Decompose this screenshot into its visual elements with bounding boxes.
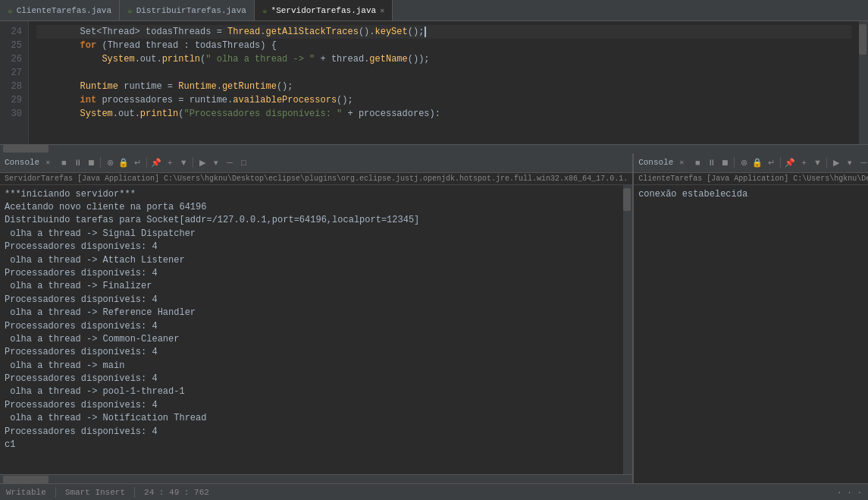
console-maximize-button[interactable]: □ <box>237 156 249 168</box>
console-minimize-button[interactable]: ─ <box>224 156 236 168</box>
tab-icon-2: ☕ <box>127 5 133 15</box>
console-output-line: Distribuindo tarefas para Socket[addr=/1… <box>5 214 619 227</box>
status-insert-label: Smart Insert <box>65 488 125 497</box>
tab-label-2: DistribuirTarefas.java <box>136 6 246 15</box>
console-left-toolbar: ■ ⏸ ⏹ ⊗ 🔒 ↵ 📌 + ▼ ▶ ▾ ─ □ <box>58 156 249 168</box>
console-output-line: Processadores disponíveis: 4 <box>5 373 619 385</box>
console-left-header: Console ✕ ■ ⏸ ⏹ ⊗ 🔒 ↵ 📌 + ▼ ▶ ▾ ─ □ <box>0 153 632 173</box>
console-output-line: Processadores disponíveis: 4 <box>5 346 619 359</box>
console-area: Console ✕ ■ ⏸ ⏹ ⊗ 🔒 ↵ 📌 + ▼ ▶ ▾ ─ □ Se <box>0 153 868 483</box>
console-left-path: ServidorTarefas [Java Application] C:\Us… <box>0 173 632 185</box>
horiz-scroll-thumb <box>3 145 49 153</box>
console-clear-button[interactable]: ⊗ <box>104 156 116 168</box>
console-right-close-icon[interactable]: ✕ <box>679 158 684 167</box>
console-terminate-button[interactable]: ⏹ <box>85 156 97 168</box>
console-left-panel: Console ✕ ■ ⏸ ⏹ ⊗ 🔒 ↵ 📌 + ▼ ▶ ▾ ─ □ Se <box>0 153 634 483</box>
console-output-line: ***iniciando servidor*** <box>5 188 619 201</box>
line-numbers: 24 25 26 27 28 29 30 <box>0 21 29 144</box>
console-output-line: Processadores disponíveis: 4 <box>5 426 619 439</box>
status-writable-label: Writable <box>6 488 46 497</box>
console-right-path: ClienteTarefas [Java Application] C:\Use… <box>634 173 868 185</box>
console-output-line: olha a thread -> Signal Dispatcher <box>5 228 619 241</box>
console-right-word-wrap-button[interactable]: ↵ <box>765 156 777 168</box>
console-left-title: Console <box>5 158 39 167</box>
code-line-27 <box>36 66 851 80</box>
console-right-run-button[interactable]: ▶ <box>830 156 842 168</box>
status-insert-mode: Smart Insert <box>65 488 125 497</box>
code-line-29: int processadores = runtime.availablePro… <box>36 93 851 107</box>
console-right-stop-button[interactable]: ■ <box>691 156 703 168</box>
tab-servidortarefas[interactable]: ☕ *ServidorTarefas.java ✕ <box>255 0 393 20</box>
tab-label-1: ClienteTarefas.java <box>17 6 111 15</box>
console-right-terminate-button[interactable]: ⏹ <box>719 156 731 168</box>
tab-icon-3: ☕ <box>262 5 268 15</box>
tab-bar: ☕ ClienteTarefas.java ☕ DistribuirTarefa… <box>0 0 868 21</box>
console-run-dropdown[interactable]: ▾ <box>210 156 222 168</box>
console-left-output[interactable]: ***iniciando servidor***Aceitando novo c… <box>0 185 623 474</box>
console-output-line: c1 <box>5 439 619 451</box>
code-line-30: System.out.println("Processadores dispon… <box>36 107 851 121</box>
console-output-line: olha a thread -> main <box>5 360 619 373</box>
console-output-line: Aceitando novo cliente na porta 64196 <box>5 201 619 214</box>
console-output-line: olha a thread -> Common-Cleaner <box>5 333 619 346</box>
status-bar: Writable Smart Insert 24 : 49 : 762 · · … <box>0 483 868 500</box>
console-run-button[interactable]: ▶ <box>196 156 208 168</box>
console-scroll-lock-button[interactable]: 🔒 <box>118 156 130 168</box>
code-line-25: for (Thread thread : todasThreads) { <box>36 39 851 52</box>
console-output-line: conexão estabelecida <box>638 188 868 201</box>
console-right-clear-button[interactable]: ⊗ <box>738 156 750 168</box>
status-dots: · · · <box>837 488 862 497</box>
console-right-display-select-button[interactable]: ▼ <box>811 156 823 168</box>
code-line-26: System.out.println(" olha a thread -> " … <box>36 52 851 66</box>
console-output-line: olha a thread -> Notification Thread <box>5 412 619 425</box>
console-right-output[interactable]: conexão estabelecida <box>634 185 868 483</box>
console-right-title: Console <box>638 158 673 167</box>
code-editor[interactable]: Set<Thread> todasThreads = Thread.getAll… <box>29 21 859 144</box>
console-output-line: Processadores disponíveis: 4 <box>5 294 619 307</box>
tab-distribuirtarefas[interactable]: ☕ DistribuirTarefas.java <box>120 0 255 20</box>
status-writable: Writable <box>6 488 46 497</box>
tab-label-3: *ServidorTarefas.java <box>271 6 377 15</box>
editor-area: 24 25 26 27 28 29 30 Set<Thread> todasTh… <box>0 21 868 144</box>
console-output-line: olha a thread -> pool-1-thread-1 <box>5 385 619 398</box>
console-right-scroll-lock-button[interactable]: 🔒 <box>751 156 763 168</box>
tab-clientetarefas[interactable]: ☕ ClienteTarefas.java <box>0 0 120 20</box>
console-pin-button[interactable]: 📌 <box>150 156 162 168</box>
console-right-suspend-button[interactable]: ⏸ <box>705 156 717 168</box>
console-new-button[interactable]: + <box>164 156 176 168</box>
console-output-line: Processadores disponíveis: 4 <box>5 320 619 333</box>
console-right-run-dropdown[interactable]: ▾ <box>844 156 856 168</box>
console-left-horiz-thumb <box>3 476 49 483</box>
console-left-close-icon[interactable]: ✕ <box>45 158 50 167</box>
console-right-header: Console ✕ ■ ⏸ ⏹ ⊗ 🔒 ↵ 📌 + ▼ ▶ ▾ ─ □ <box>634 153 868 173</box>
status-dots-icon: · · · <box>837 488 862 497</box>
console-output-line: olha a thread -> Reference Handler <box>5 307 619 319</box>
editor-horizontal-scrollbar[interactable] <box>0 144 868 153</box>
console-suspend-button[interactable]: ⏸ <box>71 156 83 168</box>
console-right-new-button[interactable]: + <box>797 156 810 168</box>
code-line-28: Runtime runtime = Runtime.getRuntime(); <box>36 80 851 93</box>
console-right-panel: Console ✕ ■ ⏸ ⏹ ⊗ 🔒 ↵ 📌 + ▼ ▶ ▾ ─ □ Cl <box>634 153 868 483</box>
console-output-line: Processadores disponíveis: 4 <box>5 241 619 253</box>
tab-icon-1: ☕ <box>8 5 13 15</box>
code-line-24: Set<Thread> todasThreads = Thread.getAll… <box>36 25 851 39</box>
console-right-pin-button[interactable]: 📌 <box>784 156 796 168</box>
console-left-horiz-scroll[interactable] <box>0 474 632 483</box>
console-display-select-button[interactable]: ▼ <box>177 156 190 168</box>
status-position-label: 24 : 49 : 762 <box>144 488 209 497</box>
console-right-minimize-button[interactable]: ─ <box>857 156 868 168</box>
console-output-line: olha a thread -> Attach Listener <box>5 254 619 267</box>
tab-close-icon[interactable]: ✕ <box>380 6 384 15</box>
console-left-scrollbar[interactable] <box>623 185 632 474</box>
console-stop-button[interactable]: ■ <box>58 156 70 168</box>
console-word-wrap-button[interactable]: ↵ <box>131 156 143 168</box>
console-output-line: Processadores disponíveis: 4 <box>5 267 619 280</box>
console-output-line: Processadores disponíveis: 4 <box>5 399 619 412</box>
console-output-line: olha a thread -> Finalizer <box>5 280 619 293</box>
editor-vertical-scrollbar[interactable] <box>859 21 868 144</box>
status-position: 24 : 49 : 762 <box>144 488 209 497</box>
console-right-toolbar: ■ ⏸ ⏹ ⊗ 🔒 ↵ 📌 + ▼ ▶ ▾ ─ □ <box>691 156 868 168</box>
